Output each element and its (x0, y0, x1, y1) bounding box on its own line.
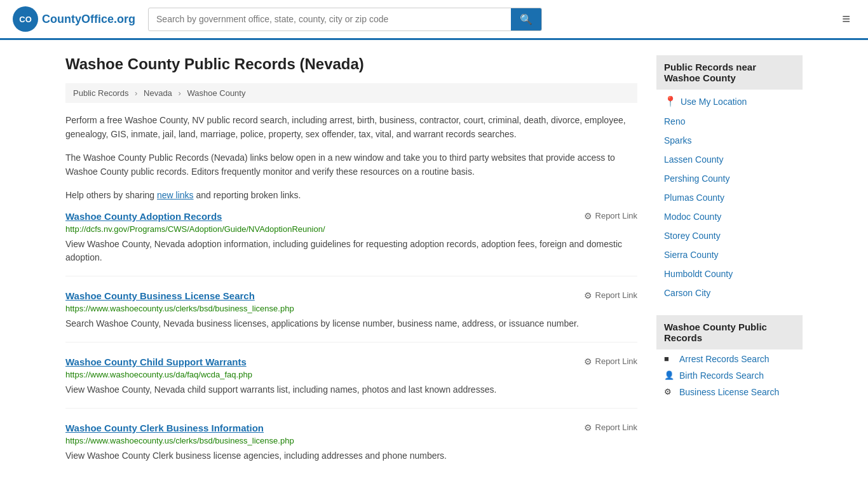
record-title-1[interactable]: Washoe County Business License Search (65, 290, 255, 301)
new-links-link[interactable]: new links (157, 190, 194, 200)
sidebar-record-item-0: ■ Arrest Records Search (656, 351, 803, 367)
sidebar-record-item-2: ⚙ Business License Search (656, 384, 803, 400)
sidebar-record-links: ■ Arrest Records Search 👤 Birth Records … (656, 351, 803, 400)
breadcrumb-sep-1: › (135, 88, 137, 98)
sidebar-nearby-item-4: Plumas County (656, 188, 803, 207)
report-label-1: Report Link (595, 290, 637, 300)
hamburger-icon: ≡ (842, 11, 850, 27)
sidebar-nearby-item-9: Carson City (656, 283, 803, 302)
svg-text:CO: CO (19, 15, 32, 24)
sidebar-nearby-item-6: Storey County (656, 226, 803, 245)
nearby-header: Public Records near Washoe County (656, 55, 803, 90)
logo-name: CountyOffice (42, 13, 114, 25)
report-icon-3: ⚙ (584, 423, 592, 433)
record-desc-1: Search Washoe County, Nevada business li… (65, 317, 637, 330)
page-title: Washoe County Public Records (Nevada) (65, 55, 637, 73)
sidebar-nearby-item-7: Sierra County (656, 245, 803, 264)
sidebar-nearby-item-1: Sparks (656, 131, 803, 150)
sidebar-record-link-2[interactable]: Business License Search (679, 387, 779, 397)
sidebar-record-item-1: 👤 Birth Records Search (656, 367, 803, 384)
sidebar-nearby-link-2[interactable]: Lassen County (664, 154, 723, 165)
breadcrumb-public-records[interactable]: Public Records (73, 88, 128, 98)
sidebar-nearby-link-8[interactable]: Humboldt County (664, 269, 733, 279)
sidebar-nearby-link-3[interactable]: Pershing County (664, 173, 730, 184)
sidebar-record-link-0[interactable]: Arrest Records Search (679, 354, 770, 364)
desc3-post: and reporting broken links. (194, 190, 301, 200)
logo-org: .org (114, 13, 135, 25)
record-header-0: Washoe County Adoption Records ⚙ Report … (65, 211, 637, 222)
nearby-section: Public Records near Washoe County 📍 Use … (656, 55, 803, 302)
description-1: Perform a free Washoe County, NV public … (65, 113, 637, 142)
logo[interactable]: CO CountyOffice.org (13, 6, 135, 32)
records-section-header: Washoe County Public Records (656, 315, 803, 349)
nearby-locations-list: RenoSparksLassen CountyPershing CountyPl… (656, 112, 803, 302)
sidebar-nearby-link-9[interactable]: Carson City (664, 288, 710, 298)
sidebar-nearby-item-8: Humboldt County (656, 264, 803, 283)
sidebar-nearby-link-5[interactable]: Modoc County (664, 212, 721, 222)
record-url-1: https://www.washoecounty.us/clerks/bsd/b… (65, 304, 637, 313)
search-input[interactable] (149, 9, 511, 29)
sidebar-nearby-link-4[interactable]: Plumas County (664, 193, 724, 203)
report-label-2: Report Link (595, 356, 637, 366)
use-my-location-link[interactable]: Use My Location (681, 97, 747, 107)
record-desc-0: View Washoe County, Nevada adoption info… (65, 238, 637, 264)
main-container: Washoe County Public Records (Nevada) Pu… (53, 40, 815, 488)
records-section: Washoe County Public Records ■ Arrest Re… (656, 315, 803, 400)
report-link-btn-3[interactable]: ⚙ Report Link (584, 423, 637, 433)
logo-text: CountyOffice.org (42, 13, 135, 26)
report-link-btn-1[interactable]: ⚙ Report Link (584, 290, 637, 301)
description-2: The Washoe County Public Records (Nevada… (65, 151, 637, 179)
record-url-0: http://dcfs.nv.gov/Programs/CWS/Adoption… (65, 224, 637, 234)
sidebar-nearby-link-1[interactable]: Sparks (664, 135, 692, 146)
sidebar-nearby-item-2: Lassen County (656, 150, 803, 169)
sidebar-nearby-item-0: Reno (656, 112, 803, 131)
sidebar-nearby-link-6[interactable]: Storey County (664, 231, 721, 241)
menu-button[interactable]: ≡ (837, 8, 855, 30)
breadcrumb-sep-2: › (178, 88, 180, 98)
record-entry-0: Washoe County Adoption Records ⚙ Report … (65, 211, 637, 276)
content-area: Washoe County Public Records (Nevada) Pu… (65, 55, 637, 488)
record-entry-2: Washoe County Child Support Warrants ⚙ R… (65, 356, 637, 409)
search-icon: 🔍 (520, 14, 532, 25)
header: CO CountyOffice.org 🔍 ≡ (0, 0, 868, 40)
search-bar: 🔍 (148, 8, 542, 31)
record-title-0[interactable]: Washoe County Adoption Records (65, 211, 222, 222)
sidebar-nearby-item-5: Modoc County (656, 207, 803, 226)
sidebar-nearby-item-3: Pershing County (656, 169, 803, 188)
report-label-3: Report Link (595, 423, 637, 432)
report-link-btn-0[interactable]: ⚙ Report Link (584, 211, 637, 221)
description-3: Help others by sharing new links and rep… (65, 188, 637, 202)
record-url-3: https://www.washoecounty.us/clerks/bsd/b… (65, 436, 637, 445)
location-icon: 📍 (664, 95, 677, 107)
record-title-2[interactable]: Washoe County Child Support Warrants (65, 356, 247, 367)
report-label-0: Report Link (595, 211, 637, 220)
records-list: Washoe County Adoption Records ⚙ Report … (65, 211, 637, 474)
sidebar-nearby-link-0[interactable]: Reno (664, 116, 685, 126)
record-link-icon-0: ■ (664, 354, 674, 364)
breadcrumb-washoe-county[interactable]: Washoe County (187, 88, 245, 98)
record-link-icon-1: 👤 (664, 370, 674, 381)
record-desc-3: View Washoe County Clerk business licens… (65, 449, 637, 463)
record-header-2: Washoe County Child Support Warrants ⚙ R… (65, 356, 637, 367)
report-link-btn-2[interactable]: ⚙ Report Link (584, 356, 637, 367)
record-entry-3: Washoe County Clerk Business Information… (65, 423, 637, 474)
use-my-location[interactable]: 📍 Use My Location (656, 91, 803, 112)
record-title-3[interactable]: Washoe County Clerk Business Information (65, 423, 264, 433)
record-link-icon-2: ⚙ (664, 387, 674, 397)
record-header-3: Washoe County Clerk Business Information… (65, 423, 637, 433)
header-right: ≡ (837, 8, 855, 30)
record-header-1: Washoe County Business License Search ⚙ … (65, 290, 637, 301)
breadcrumb-nevada[interactable]: Nevada (144, 88, 172, 98)
breadcrumb: Public Records › Nevada › Washoe County (65, 83, 637, 103)
search-button[interactable]: 🔍 (511, 8, 541, 30)
record-url-2: https://www.washoecounty.us/da/faq/wcda_… (65, 370, 637, 379)
logo-icon: CO (13, 6, 38, 32)
desc3-pre: Help others by sharing (65, 190, 157, 200)
sidebar-record-link-1[interactable]: Birth Records Search (679, 370, 764, 381)
sidebar: Public Records near Washoe County 📍 Use … (656, 55, 803, 488)
report-icon-0: ⚙ (584, 211, 592, 221)
sidebar-nearby-link-7[interactable]: Sierra County (664, 250, 719, 260)
report-icon-2: ⚙ (584, 356, 592, 367)
record-entry-1: Washoe County Business License Search ⚙ … (65, 290, 637, 342)
report-icon-1: ⚙ (584, 290, 592, 301)
